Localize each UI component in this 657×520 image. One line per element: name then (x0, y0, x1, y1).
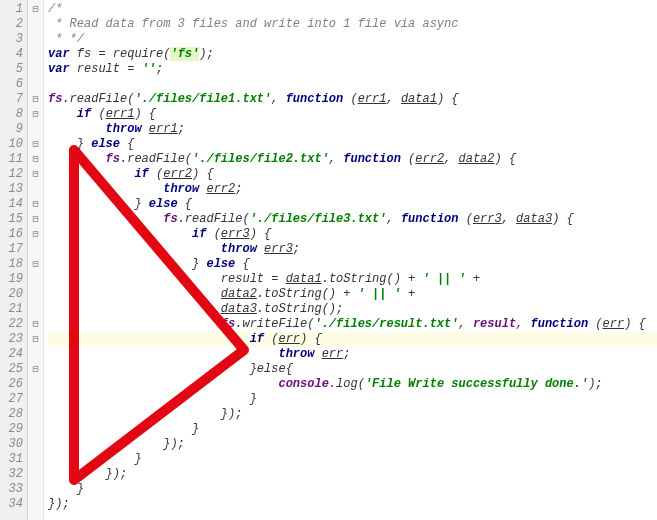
code-line[interactable]: throw err3; (48, 242, 657, 257)
code-line[interactable]: var result = ''; (48, 62, 657, 77)
line-number: 2 (0, 17, 27, 32)
line-number: 26 (0, 377, 27, 392)
fold-toggle-icon[interactable]: ⊟ (28, 152, 43, 167)
code-line[interactable]: }else{ (48, 362, 657, 377)
code-line[interactable]: }); (48, 467, 657, 482)
line-number: 18 (0, 257, 27, 272)
code-line[interactable]: fs.readFile('./files/file3.txt', functio… (48, 212, 657, 227)
line-number: 3 (0, 32, 27, 47)
code-line[interactable]: throw err; (48, 347, 657, 362)
code-line[interactable] (48, 77, 657, 92)
code-line[interactable]: }); (48, 437, 657, 452)
line-number: 22 (0, 317, 27, 332)
line-number: 13 (0, 182, 27, 197)
fold-toggle-icon[interactable]: ⊟ (28, 212, 43, 227)
line-number: 6 (0, 77, 27, 92)
line-number: 17 (0, 242, 27, 257)
code-line[interactable]: console.log('File Write successfully don… (48, 377, 657, 392)
code-line[interactable]: result = data1.toString() + ' || ' + (48, 272, 657, 287)
line-number: 14 (0, 197, 27, 212)
code-line[interactable]: * Read data from 3 files and write into … (48, 17, 657, 32)
code-line[interactable]: /* (48, 2, 657, 17)
line-number: 27 (0, 392, 27, 407)
line-number-gutter: 1 2 3 4 5 6 7 8 9 10 11 12 13 14 15 16 1… (0, 0, 28, 520)
code-line[interactable]: if (err1) { (48, 107, 657, 122)
fold-toggle-icon[interactable]: ⊟ (28, 317, 43, 332)
line-number: 16 (0, 227, 27, 242)
line-number: 20 (0, 287, 27, 302)
code-line[interactable]: }); (48, 497, 657, 512)
line-number: 7 (0, 92, 27, 107)
code-line[interactable]: var fs = require('fs'); (48, 47, 657, 62)
code-line[interactable]: if (err) { (48, 332, 657, 347)
fold-toggle-icon[interactable]: ⊟ (28, 2, 43, 17)
line-number: 21 (0, 302, 27, 317)
code-line[interactable]: } (48, 482, 657, 497)
code-line[interactable]: } (48, 422, 657, 437)
line-number: 32 (0, 467, 27, 482)
code-line[interactable]: throw err1; (48, 122, 657, 137)
line-number: 23 (0, 332, 27, 347)
code-line[interactable]: fs.readFile('./files/file2.txt', functio… (48, 152, 657, 167)
code-line[interactable]: data3.toString(); (48, 302, 657, 317)
line-number: 30 (0, 437, 27, 452)
code-line[interactable]: if (err3) { (48, 227, 657, 242)
line-number: 28 (0, 407, 27, 422)
code-line[interactable]: }); (48, 407, 657, 422)
fold-toggle-icon[interactable]: ⊟ (28, 257, 43, 272)
line-number: 1 (0, 2, 27, 17)
code-line[interactable]: fs.readFile('./files/file1.txt', functio… (48, 92, 657, 107)
code-line[interactable]: } else { (48, 197, 657, 212)
line-number: 11 (0, 152, 27, 167)
fold-toggle-icon[interactable]: ⊟ (28, 167, 43, 182)
fold-gutter: ⊟ ⊟ ⊟ ⊟ ⊟ ⊟ ⊟ ⊟ ⊟ ⊟ ⊟ ⊟ ⊟ (28, 0, 44, 520)
code-line[interactable]: } else { (48, 257, 657, 272)
line-number: 29 (0, 422, 27, 437)
code-line[interactable]: if (err2) { (48, 167, 657, 182)
code-line[interactable]: } (48, 452, 657, 467)
code-line[interactable]: data2.toString() + ' || ' + (48, 287, 657, 302)
line-number: 5 (0, 62, 27, 77)
fold-toggle-icon[interactable]: ⊟ (28, 197, 43, 212)
fold-toggle-icon[interactable]: ⊟ (28, 92, 43, 107)
line-number: 34 (0, 497, 27, 512)
code-line[interactable]: throw err2; (48, 182, 657, 197)
line-number: 9 (0, 122, 27, 137)
line-number: 25 (0, 362, 27, 377)
fold-toggle-icon[interactable]: ⊟ (28, 227, 43, 242)
code-line[interactable]: * */ (48, 32, 657, 47)
line-number: 15 (0, 212, 27, 227)
line-number: 19 (0, 272, 27, 287)
line-number: 33 (0, 482, 27, 497)
fold-toggle-icon[interactable]: ⊟ (28, 332, 43, 347)
line-number: 31 (0, 452, 27, 467)
code-editor[interactable]: 1 2 3 4 5 6 7 8 9 10 11 12 13 14 15 16 1… (0, 0, 657, 520)
line-number: 24 (0, 347, 27, 362)
fold-toggle-icon[interactable]: ⊟ (28, 107, 43, 122)
code-line[interactable]: } else { (48, 137, 657, 152)
code-line[interactable]: } (48, 392, 657, 407)
fold-toggle-icon[interactable]: ⊟ (28, 362, 43, 377)
line-number: 8 (0, 107, 27, 122)
line-number: 4 (0, 47, 27, 62)
code-line[interactable]: fs.writeFile('./files/result.txt', resul… (48, 317, 657, 332)
line-number: 10 (0, 137, 27, 152)
code-area[interactable]: /* * Read data from 3 files and write in… (44, 0, 657, 520)
fold-toggle-icon[interactable]: ⊟ (28, 137, 43, 152)
line-number: 12 (0, 167, 27, 182)
